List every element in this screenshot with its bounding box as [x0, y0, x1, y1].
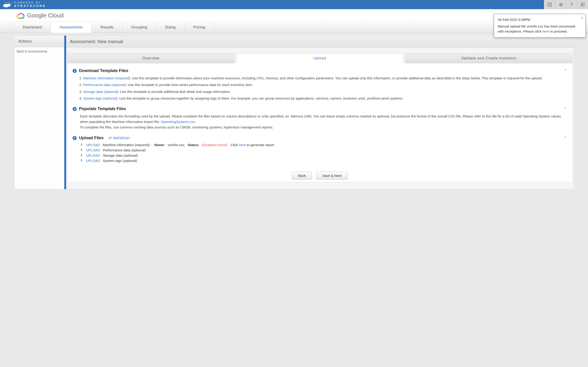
upload-icon	[80, 159, 83, 163]
section-1-title: Download Template Files	[79, 68, 128, 73]
subtab-upload[interactable]: Upload	[236, 53, 404, 63]
subtab-overview[interactable]: Overview	[67, 53, 234, 63]
toast-post: to proceed.	[549, 29, 567, 33]
gear-icon[interactable]	[555, 0, 566, 9]
upload-row-tags: UPLOAD System tags (optional)	[80, 158, 567, 163]
svg-rect-13	[548, 6, 548, 7]
notification-toast: × 04-Feb-2022 5:58PM Manual upload file …	[494, 14, 586, 38]
nav-assessments[interactable]: Assessments	[51, 22, 92, 33]
storage-link[interactable]: Storage data (optional)	[83, 90, 118, 94]
back-button[interactable]: Back	[292, 172, 312, 180]
upload-status-val: Exception found.	[202, 143, 228, 147]
generate-report-text: Click here to generate report	[230, 143, 274, 147]
upload-list: UPLOAD Machine information (required) : …	[80, 142, 567, 163]
nav-results[interactable]: Results	[92, 22, 122, 33]
upload-link-machine[interactable]: UPLOAD	[86, 143, 100, 147]
template-item-machine: Machine information (required): Use this…	[83, 75, 567, 81]
generate-report-link[interactable]: here	[239, 143, 246, 147]
svg-point-6	[11, 3, 12, 4]
help-icon[interactable]: ?	[566, 0, 577, 9]
svg-rect-9	[551, 2, 552, 3]
tail-pre: Click	[230, 143, 239, 147]
sec2-post: To complete the files, use common existi…	[80, 125, 273, 129]
upload-icon	[80, 153, 83, 157]
subtabs: Overview Upload Validate and Create Inve…	[66, 48, 573, 63]
save-next-button[interactable]: Save & Next	[316, 172, 347, 180]
operating-systems-link[interactable]: OperatingSystems.csv	[161, 120, 195, 124]
refresh-label: REFRESH	[113, 136, 130, 140]
step-1-badge: 1	[73, 69, 77, 73]
step-3-badge: 3	[73, 136, 77, 140]
performance-text: : Use this template to provide time-seri…	[126, 83, 253, 87]
svg-rect-8	[549, 2, 550, 3]
main: Actions Back to Assessments Assessment: …	[0, 33, 588, 189]
step-2-badge: 2	[73, 107, 77, 111]
chevron-up-icon[interactable]: ⌃	[564, 135, 567, 141]
machine-info-link[interactable]: Machine information (required)	[83, 76, 130, 80]
performance-link[interactable]: Performance data (optional)	[83, 83, 126, 87]
machine-info-text: : Use this template to provide informati…	[130, 76, 542, 80]
section-populate-templates: 2 Populate Template Files ⌃ Each templat…	[73, 106, 567, 130]
upload-icon	[80, 143, 83, 147]
upload-panel: 1 Download Template Files ⌃ Machine info…	[67, 63, 572, 182]
nav-pricing[interactable]: Pricing	[184, 22, 214, 33]
refresh-icon	[108, 136, 112, 140]
upload-link-storage[interactable]: UPLOAD	[86, 153, 100, 157]
upload-link-perf[interactable]: UPLOAD	[86, 148, 100, 152]
svg-point-2	[4, 2, 5, 3]
upload-row-perf: UPLOAD Performance data (optional)	[80, 148, 567, 153]
tail-post: to generate report	[246, 143, 274, 147]
svg-point-3	[6, 2, 7, 3]
close-icon[interactable]: ×	[581, 15, 583, 21]
upload-name-key: Name:	[154, 143, 165, 147]
stratozone-cloud-icon	[2, 1, 12, 8]
google-cloud-text: Google Cloud	[27, 12, 64, 19]
template-item-tags: System tags (optional): Use this templat…	[83, 96, 567, 101]
upload-row-machine-label: Machine information (required) :	[103, 143, 152, 147]
svg-rect-14	[549, 6, 550, 7]
toast-message: Manual upload file vmInfo.csv has been p…	[498, 24, 582, 34]
upload-row-storage-label: Storage data (optional)	[103, 153, 138, 157]
upload-name-val: vmInfo.csv,	[168, 143, 185, 147]
svg-rect-15	[551, 6, 552, 7]
subtab-validate[interactable]: Validate and Create Inventory	[405, 53, 572, 63]
stratozone-label: STRATOZONE	[14, 4, 46, 8]
template-list: Machine information (required): Use this…	[83, 75, 567, 101]
nav-sizing[interactable]: Sizing	[156, 22, 184, 33]
chevron-up-icon[interactable]: ⌃	[564, 106, 567, 111]
chevron-up-icon[interactable]: ⌃	[564, 68, 567, 73]
upload-row-perf-label: Performance data (optional)	[103, 148, 146, 152]
sec2-pre: Each template describes the formatting u…	[80, 114, 561, 124]
section-2-title: Populate Template Files	[79, 106, 126, 111]
section-3-title: Upload Files	[79, 135, 104, 140]
logout-icon[interactable]	[577, 0, 588, 9]
svg-rect-7	[548, 2, 548, 3]
upload-row-machine: UPLOAD Machine information (required) : …	[80, 142, 567, 148]
refresh-button[interactable]: REFRESH	[108, 136, 130, 140]
svg-rect-11	[549, 4, 550, 5]
upload-icon	[80, 148, 83, 152]
nav-dashboard[interactable]: Dashboard	[14, 22, 51, 33]
toast-here-link[interactable]: here	[542, 29, 549, 33]
topbar-actions: ?	[544, 0, 588, 9]
button-row: Back Save & Next	[73, 172, 567, 180]
google-cloud-logo: Google Cloud	[16, 12, 64, 19]
apps-icon[interactable]	[544, 0, 555, 9]
nav-grouping[interactable]: Grouping	[122, 22, 156, 33]
svg-rect-10	[548, 4, 548, 5]
system-tags-text: : Use this template to group resources t…	[117, 96, 403, 100]
upload-link-tags[interactable]: UPLOAD	[86, 159, 100, 163]
google-cloud-icon	[16, 12, 24, 19]
template-item-perf: Performance data (optional): Use this te…	[83, 82, 567, 87]
page-title: Assessment: New manual	[66, 36, 573, 48]
upload-row-storage: UPLOAD Storage data (optional)	[80, 153, 567, 158]
section-download-templates: 1 Download Template Files ⌃ Machine info…	[73, 68, 567, 101]
back-to-assessments-link[interactable]: Back to Assessments	[15, 47, 64, 56]
template-item-storage: Storage data (optional): Use this templa…	[83, 89, 567, 94]
svg-point-5	[9, 2, 10, 3]
topbar: POWERED BY STRATOZONE ?	[0, 0, 588, 9]
upload-status-key: Status:	[188, 143, 199, 147]
svg-rect-12	[551, 4, 552, 5]
system-tags-link[interactable]: System tags (optional)	[83, 96, 117, 100]
section-upload-files: 3 Upload Files REFRESH ⌃ UPLOAD Machine	[73, 135, 567, 163]
